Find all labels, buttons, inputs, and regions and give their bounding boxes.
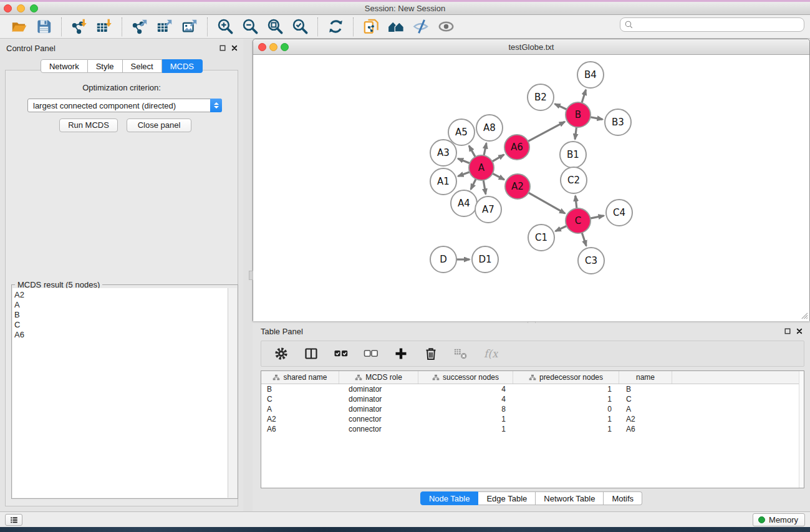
graph-node-B[interactable]: B	[566, 102, 591, 127]
table-cell[interactable]: 4	[418, 384, 513, 394]
table-cell[interactable]: B	[261, 384, 339, 394]
memory-button[interactable]: Memory	[753, 513, 805, 526]
select-unchecked-button[interactable]	[361, 344, 381, 364]
graph-node-B1[interactable]: B1	[560, 142, 586, 168]
table-cell[interactable]: 4	[418, 394, 513, 404]
graph-node-D[interactable]: D	[430, 246, 456, 273]
table-tab-node-table[interactable]: Node Table	[420, 491, 479, 505]
graph-edge-A-A1[interactable]	[458, 172, 470, 177]
zoom-out-button[interactable]	[240, 17, 260, 37]
graph-edge-C-C2[interactable]	[576, 196, 577, 208]
fx-button[interactable]: f(x)	[481, 344, 501, 364]
table-cell[interactable]: 1	[513, 394, 619, 404]
column-header-shared-name[interactable]: shared name	[261, 371, 339, 384]
table-tab-edge-table[interactable]: Edge Table	[478, 491, 536, 505]
zoom-selected-button[interactable]	[290, 17, 310, 37]
graph-node-A5[interactable]: A5	[448, 119, 475, 145]
graph-edge-C-C3[interactable]	[582, 233, 586, 246]
refresh-button[interactable]	[325, 17, 345, 37]
tab-select[interactable]: Select	[123, 59, 162, 73]
graph-edge-C-C1[interactable]	[556, 226, 567, 231]
graph-edge-B-B3[interactable]	[591, 117, 603, 120]
horizontal-splitter-handle[interactable]	[249, 271, 253, 280]
export-table-button[interactable]	[155, 17, 175, 37]
mcds-result-item[interactable]: A	[14, 300, 228, 310]
table-row[interactable]: Cdominator41C	[261, 394, 804, 404]
home-button[interactable]	[386, 17, 406, 37]
table-tab-network-table[interactable]: Network Table	[536, 491, 604, 505]
column-header-name[interactable]: name	[619, 371, 672, 384]
result-scrollbar[interactable]	[228, 288, 237, 498]
import-network-button[interactable]	[69, 17, 89, 37]
graph-node-A7[interactable]: A7	[475, 196, 501, 223]
graph-edge-B-B2[interactable]	[555, 104, 567, 110]
table-row[interactable]: A2connector11A2	[261, 414, 804, 424]
table-cell[interactable]: C	[619, 394, 672, 404]
tab-style[interactable]: Style	[88, 59, 123, 73]
table-cell[interactable]: B	[619, 384, 672, 394]
table-cell[interactable]: A6	[619, 424, 672, 434]
import-table-button[interactable]	[94, 17, 114, 37]
clone-network-button[interactable]	[361, 17, 381, 37]
graph-node-C2[interactable]: C2	[561, 167, 587, 193]
table-row[interactable]: Bdominator41B	[261, 384, 804, 394]
graph-edge-A-A3[interactable]	[458, 158, 470, 163]
save-button[interactable]	[34, 17, 54, 37]
table-cell[interactable]: 1	[418, 424, 513, 434]
graph-edge-B-B1[interactable]	[575, 127, 576, 139]
graph-edge-A6-B[interactable]	[528, 122, 565, 141]
close-panel-icon[interactable]	[231, 44, 238, 52]
graph-edge-C-C4[interactable]	[591, 216, 604, 218]
split-columns-button[interactable]	[301, 344, 321, 364]
mcds-result-item[interactable]: B	[14, 310, 228, 320]
table-cell[interactable]: dominator	[339, 404, 418, 414]
table-cell[interactable]: connector	[339, 414, 418, 424]
graph-node-A6[interactable]: A6	[504, 135, 529, 160]
graph-node-D1[interactable]: D1	[472, 246, 498, 273]
eye-button[interactable]	[436, 17, 456, 37]
graph-edge-A-A4[interactable]	[471, 179, 476, 190]
criterion-dropdown[interactable]: largest connected component (directed)	[27, 99, 222, 112]
gear-button[interactable]	[271, 344, 291, 364]
table-cell[interactable]: dominator	[339, 384, 418, 394]
table-tab-motifs[interactable]: Motifs	[604, 491, 642, 505]
graph-node-A[interactable]: A	[469, 155, 494, 180]
network-window-titlebar[interactable]: testGlobe.txt	[253, 39, 809, 55]
graph-node-C1[interactable]: C1	[528, 225, 554, 251]
tab-network[interactable]: Network	[41, 59, 88, 73]
task-history-button[interactable]	[5, 514, 22, 526]
resize-grip-icon[interactable]	[800, 311, 808, 319]
table-row[interactable]: A6connector11A6	[261, 424, 804, 434]
table-cell[interactable]: dominator	[339, 394, 418, 404]
column-header-predecessor-nodes[interactable]: predecessor nodes	[513, 371, 619, 384]
delete-table-button[interactable]	[451, 344, 471, 364]
table-cell[interactable]: A2	[261, 414, 339, 424]
column-header-MCDS-role[interactable]: MCDS role	[339, 371, 418, 384]
select-checked-button[interactable]	[331, 344, 351, 364]
table-cell[interactable]: 1	[513, 384, 619, 394]
graph-edge-A2-C[interactable]	[528, 193, 565, 213]
graph-edge-A-A2[interactable]	[493, 173, 504, 180]
hide-details-button[interactable]	[411, 17, 431, 37]
table-cell[interactable]: 8	[418, 404, 513, 414]
mcds-result-item[interactable]: C	[14, 320, 228, 330]
search-input[interactable]	[634, 19, 804, 31]
graph-node-C4[interactable]: C4	[606, 200, 632, 226]
table-cell[interactable]: C	[261, 394, 339, 404]
add-button[interactable]	[391, 344, 411, 364]
graph-node-B3[interactable]: B3	[605, 109, 631, 135]
graph-node-A1[interactable]: A1	[430, 168, 456, 195]
table-cell[interactable]: 1	[513, 414, 619, 424]
table-scrollbar[interactable]	[799, 371, 804, 488]
export-network-button[interactable]	[130, 17, 150, 37]
zoom-fit-button[interactable]	[265, 17, 285, 37]
graph-edge-A-A7[interactable]	[483, 180, 486, 195]
graph-node-B2[interactable]: B2	[528, 84, 554, 110]
column-header-successor-nodes[interactable]: successor nodes	[418, 371, 513, 384]
graph-edge-B-B4[interactable]	[582, 90, 586, 103]
mcds-result-item[interactable]: A6	[14, 330, 228, 340]
mcds-result-list[interactable]: A2ABCA6	[12, 288, 228, 498]
tab-mcds[interactable]: MCDS	[162, 59, 203, 73]
graph-node-C3[interactable]: C3	[578, 248, 604, 274]
table-row[interactable]: Adominator80A	[261, 404, 804, 414]
